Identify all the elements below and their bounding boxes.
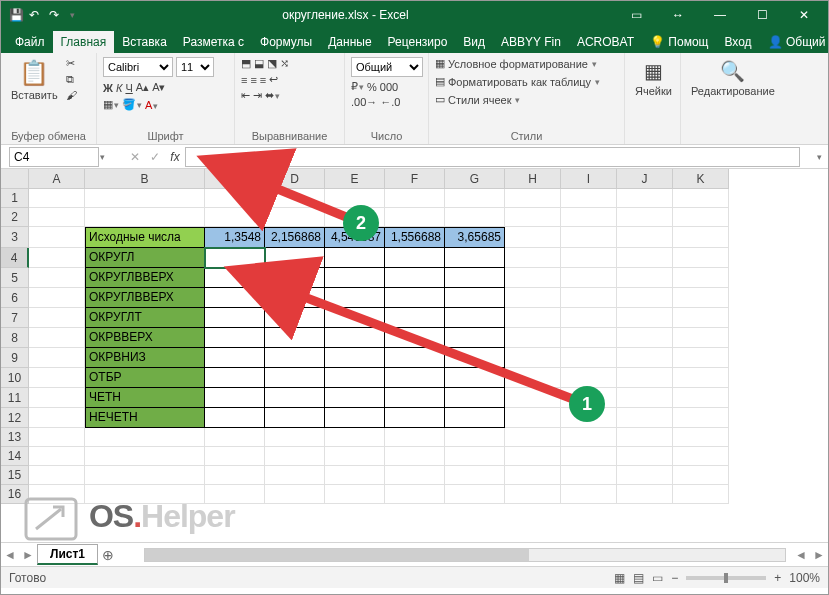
cell-G2[interactable] (445, 208, 505, 227)
tab-formulas[interactable]: Формулы (252, 31, 320, 53)
enter-formula-button[interactable]: ✓ (145, 147, 165, 167)
cell-F1[interactable] (385, 189, 445, 208)
add-sheet-button[interactable]: ⊕ (98, 547, 118, 563)
col-header-J[interactable]: J (617, 169, 673, 189)
cell-C16[interactable] (205, 485, 265, 504)
row-header-6[interactable]: 6 (1, 288, 29, 308)
cell-F14[interactable] (385, 447, 445, 466)
cell-I14[interactable] (561, 447, 617, 466)
cell-K9[interactable] (673, 348, 729, 368)
cell-H16[interactable] (505, 485, 561, 504)
scroll-right-button[interactable]: ► (810, 548, 828, 562)
row-header-2[interactable]: 2 (1, 208, 29, 227)
cell-H11[interactable] (505, 388, 561, 408)
horizontal-scrollbar[interactable] (144, 548, 786, 562)
cell-G13[interactable] (445, 428, 505, 447)
cell-D5[interactable] (265, 268, 325, 288)
cell-B1[interactable] (85, 189, 205, 208)
cell-D4[interactable] (265, 248, 325, 268)
cell-E9[interactable] (325, 348, 385, 368)
cell-E15[interactable] (325, 466, 385, 485)
cell-C7[interactable] (205, 308, 265, 328)
cell-H6[interactable] (505, 288, 561, 308)
conditional-format-button[interactable]: Условное форматирование (448, 58, 588, 70)
cell-I8[interactable] (561, 328, 617, 348)
cell-I6[interactable] (561, 288, 617, 308)
col-header-K[interactable]: K (673, 169, 729, 189)
view-page-layout-icon[interactable]: ▤ (633, 571, 644, 585)
merge-icon[interactable]: ⬌▾ (265, 89, 280, 102)
cell-D3[interactable]: 2,156868 (265, 227, 325, 248)
col-header-H[interactable]: H (505, 169, 561, 189)
grid[interactable]: ABCDEFGHIJK123Исходные числа1,35482,1568… (1, 169, 729, 504)
cell-I2[interactable] (561, 208, 617, 227)
cell-F16[interactable] (385, 485, 445, 504)
cell-G1[interactable] (445, 189, 505, 208)
formula-input[interactable] (185, 147, 800, 167)
cell-C5[interactable] (205, 268, 265, 288)
sheet-nav-prev[interactable]: ◄ (1, 548, 19, 562)
cell-A2[interactable] (29, 208, 85, 227)
align-bottom-icon[interactable]: ⬔ (267, 57, 277, 70)
paste-button[interactable]: 📋 Вставить (7, 57, 62, 103)
cell-K11[interactable] (673, 388, 729, 408)
cell-J8[interactable] (617, 328, 673, 348)
cell-B5[interactable]: ОКРУГЛВВЕРХ (85, 268, 205, 288)
cell-E13[interactable] (325, 428, 385, 447)
tab-file[interactable]: Файл (7, 31, 53, 53)
cells-button[interactable]: ▦Ячейки (631, 57, 676, 99)
tab-abbyy[interactable]: ABBYY Fin (493, 31, 569, 53)
cancel-formula-button[interactable]: ✕ (125, 147, 145, 167)
cell-A1[interactable] (29, 189, 85, 208)
view-pagebreak-icon[interactable]: ▭ (652, 571, 663, 585)
cell-J14[interactable] (617, 447, 673, 466)
cell-H12[interactable] (505, 408, 561, 428)
align-right-icon[interactable]: ≡ (260, 74, 266, 86)
cell-A7[interactable] (29, 308, 85, 328)
cell-G6[interactable] (445, 288, 505, 308)
align-top-icon[interactable]: ⬒ (241, 57, 251, 70)
cell-E12[interactable] (325, 408, 385, 428)
cell-G7[interactable] (445, 308, 505, 328)
tab-signin[interactable]: Вход (716, 31, 759, 53)
cell-E11[interactable] (325, 388, 385, 408)
cell-B7[interactable]: ОКРУГЛТ (85, 308, 205, 328)
row-header-3[interactable]: 3 (1, 227, 29, 248)
cell-K4[interactable] (673, 248, 729, 268)
name-box[interactable] (9, 147, 99, 167)
cell-H9[interactable] (505, 348, 561, 368)
number-format-select[interactable]: Общий (351, 57, 423, 77)
cell-C4[interactable] (205, 248, 265, 268)
cell-C3[interactable]: 1,3548 (205, 227, 265, 248)
cell-A12[interactable] (29, 408, 85, 428)
cell-J16[interactable] (617, 485, 673, 504)
col-header-E[interactable]: E (325, 169, 385, 189)
format-table-icon[interactable]: ▤ (435, 75, 445, 88)
currency-icon[interactable]: ₽▾ (351, 80, 364, 93)
cell-K7[interactable] (673, 308, 729, 328)
zoom-in-button[interactable]: + (774, 571, 781, 585)
cell-J15[interactable] (617, 466, 673, 485)
cell-D9[interactable] (265, 348, 325, 368)
cell-D7[interactable] (265, 308, 325, 328)
cell-E16[interactable] (325, 485, 385, 504)
cell-G16[interactable] (445, 485, 505, 504)
cell-F4[interactable] (385, 248, 445, 268)
tab-home[interactable]: Главная (53, 31, 115, 53)
percent-icon[interactable]: % (367, 81, 377, 93)
cell-F3[interactable]: 1,556688 (385, 227, 445, 248)
zoom-slider[interactable] (686, 576, 766, 580)
copy-icon[interactable]: ⧉ (66, 73, 77, 86)
save-icon[interactable]: 💾 (9, 8, 23, 22)
cell-J4[interactable] (617, 248, 673, 268)
cell-A11[interactable] (29, 388, 85, 408)
fill-color-icon[interactable]: 🪣▾ (122, 98, 142, 111)
cell-G11[interactable] (445, 388, 505, 408)
row-header-9[interactable]: 9 (1, 348, 29, 368)
cell-J10[interactable] (617, 368, 673, 388)
cell-H2[interactable] (505, 208, 561, 227)
cell-J2[interactable] (617, 208, 673, 227)
cell-F7[interactable] (385, 308, 445, 328)
font-decrease-icon[interactable]: A▾ (152, 81, 165, 94)
cell-C9[interactable] (205, 348, 265, 368)
